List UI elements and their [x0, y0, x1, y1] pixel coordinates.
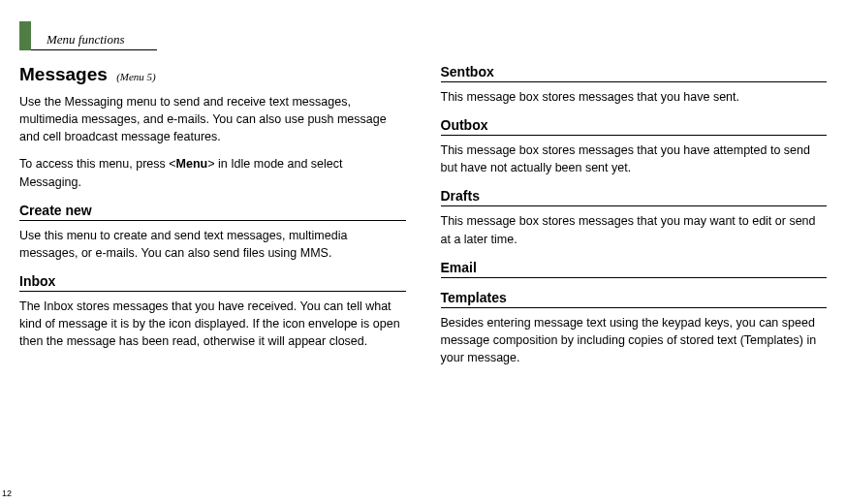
messages-intro-2-bold: Menu — [176, 157, 208, 171]
email-title: Email — [441, 260, 828, 278]
messages-intro-1: Use the Messaging menu to send and recei… — [19, 93, 406, 145]
header-section-title: Menu functions — [47, 32, 125, 47]
page-header: Menu functions — [19, 21, 827, 50]
messages-intro-2-pre: To access this menu, press < — [19, 157, 176, 171]
templates-title: Templates — [441, 290, 828, 308]
messages-heading-text: Messages — [19, 64, 108, 84]
header-accent-bar — [19, 21, 31, 50]
create-new-body: Use this menu to create and send text me… — [19, 227, 406, 262]
messages-heading-annotation: (Menu 5) — [116, 71, 156, 82]
drafts-body: This message box stores messages that yo… — [441, 212, 828, 247]
sentbox-title: Sentbox — [441, 64, 828, 82]
inbox-body: The Inbox stores messages that you have … — [19, 298, 406, 350]
sentbox-body: This message box stores messages that yo… — [441, 88, 828, 106]
page-number: 12 — [2, 488, 12, 498]
messages-intro-2: To access this menu, press <Menu> in Idl… — [19, 155, 406, 190]
header-rule — [31, 49, 157, 50]
drafts-title: Drafts — [441, 188, 828, 206]
content-columns: Messages (Menu 5) Use the Messaging menu… — [19, 60, 827, 376]
right-column: Sentbox This message box stores messages… — [441, 64, 828, 376]
create-new-title: Create new — [19, 203, 406, 221]
outbox-body: This message box stores messages that yo… — [441, 142, 828, 176]
messages-heading: Messages (Menu 5) — [19, 64, 406, 85]
outbox-title: Outbox — [441, 117, 828, 136]
templates-body: Besides entering message text using the … — [441, 314, 828, 366]
inbox-title: Inbox — [19, 273, 406, 292]
left-column: Messages (Menu 5) Use the Messaging menu… — [19, 64, 406, 376]
